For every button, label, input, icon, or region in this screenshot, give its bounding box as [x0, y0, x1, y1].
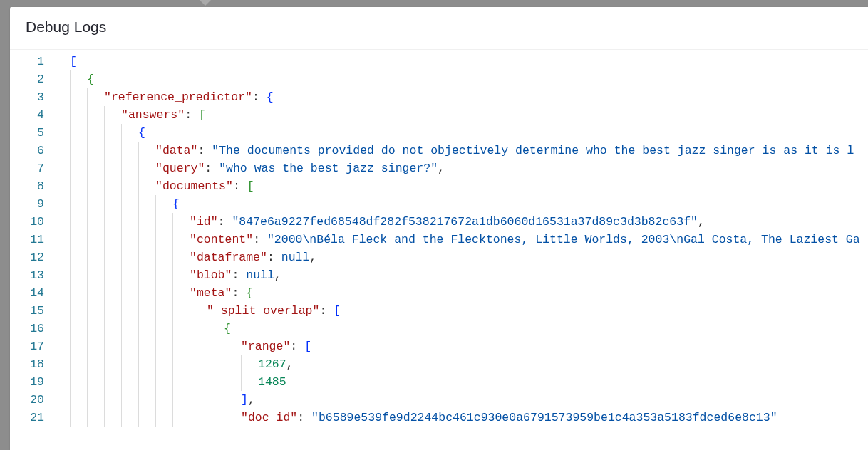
code-line: "documents": [: [70, 177, 868, 195]
line-number: 21: [10, 409, 44, 427]
line-number: 1: [10, 53, 44, 70]
code-line: {: [70, 124, 868, 142]
line-number: 13: [10, 266, 44, 284]
code-line: "meta": {: [70, 284, 868, 302]
line-number: 18: [10, 355, 44, 373]
line-number: 16: [10, 320, 44, 338]
line-number: 9: [10, 195, 44, 213]
line-number: 5: [10, 124, 44, 142]
line-number: 11: [10, 231, 44, 248]
code-line: ],: [70, 391, 868, 409]
code-line: "range": [: [70, 338, 868, 355]
panel-title: Debug Logs: [10, 7, 868, 49]
debug-logs-panel: Debug Logs 12345678910111213141516171819…: [10, 7, 868, 450]
drag-handle-icon[interactable]: [200, 0, 211, 6]
code-line: "reference_predictor": {: [70, 88, 868, 106]
code-line: [: [70, 53, 868, 70]
code-line: {: [70, 195, 868, 213]
code-line: {: [70, 70, 868, 88]
code-line: "id": "847e6a9227fed68548df282f538217672…: [70, 213, 868, 231]
code-line: 1267,: [70, 355, 868, 373]
line-number: 17: [10, 338, 44, 355]
line-number-gutter: 123456789101112131415161718192021: [10, 50, 54, 448]
code-line: "dataframe": null,: [70, 248, 868, 266]
code-line: "query": "who was the best jazz singer?"…: [70, 159, 868, 177]
line-number: 12: [10, 248, 44, 266]
line-number: 8: [10, 177, 44, 195]
line-number: 15: [10, 302, 44, 320]
code-viewer[interactable]: 123456789101112131415161718192021 [{"ref…: [10, 49, 868, 448]
line-number: 20: [10, 391, 44, 409]
line-number: 14: [10, 284, 44, 302]
code-line: "_split_overlap": [: [70, 302, 868, 320]
code-line: {: [70, 320, 868, 338]
line-number: 7: [10, 159, 44, 177]
line-number: 10: [10, 213, 44, 231]
code-line: "blob": null,: [70, 266, 868, 284]
line-number: 19: [10, 373, 44, 391]
top-resize-bar[interactable]: [0, 0, 868, 7]
line-number: 4: [10, 106, 44, 124]
line-number: 2: [10, 70, 44, 88]
code-line: "doc_id": "b6589e539fe9d2244bc461c930e0a…: [70, 409, 868, 427]
code-line: 1485: [70, 373, 868, 391]
code-line: "content": "2000\nBéla Fleck and the Fle…: [70, 231, 868, 248]
line-number: 6: [10, 142, 44, 159]
code-content: [{"reference_predictor": {"answers": [{"…: [54, 50, 868, 448]
code-line: "data": "The documents provided do not o…: [70, 142, 868, 159]
line-number: 3: [10, 88, 44, 106]
code-line: "answers": [: [70, 106, 868, 124]
